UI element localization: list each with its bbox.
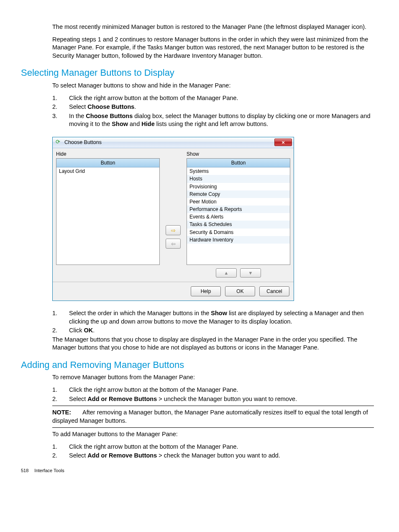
step-list: 1.Click the right arrow button at the bo…	[52, 94, 374, 129]
app-icon	[55, 139, 62, 146]
show-label: Show	[187, 151, 290, 157]
step-number: 2.	[52, 395, 69, 403]
paragraph: The Manager buttons that you chose to di…	[52, 336, 374, 352]
close-icon[interactable]: ✕	[274, 139, 292, 146]
intro-text: To select Manager buttons to show and hi…	[52, 82, 374, 90]
list-item[interactable]: Systems	[187, 167, 290, 175]
divider	[52, 406, 374, 406]
intro-text: To remove Manager buttons from the Manag…	[52, 373, 374, 382]
list-item[interactable]: Peer Motion	[187, 198, 290, 206]
step-text: Click OK.	[69, 326, 374, 335]
choose-buttons-dialog: Choose Buttons ✕ Hide Button Layout Grid…	[52, 137, 294, 301]
step-number: 1.	[52, 309, 69, 326]
step-list: 1.Click the right arrow button at the bo…	[52, 443, 374, 460]
step-text: Select Choose Buttons.	[69, 103, 374, 111]
paragraph: Repeating steps 1 and 2 continues to res…	[52, 36, 374, 60]
list-item[interactable]: Layout Grid	[56, 167, 159, 175]
list-item[interactable]: Tasks & Schedules	[187, 221, 290, 228]
divider	[52, 427, 374, 428]
intro-text: To add Manager buttons to the Manager Pa…	[52, 430, 374, 439]
column-header: Button	[187, 159, 290, 167]
move-right-button[interactable]: ⇨	[166, 225, 181, 235]
list-item[interactable]: Events & Alerts	[187, 213, 290, 221]
dialog-title: Choose Buttons	[64, 139, 274, 146]
step-text: In the Choose Buttons dialog box, select…	[69, 112, 374, 129]
hide-list[interactable]: Button Layout Grid	[56, 158, 160, 265]
step-number: 2.	[52, 103, 69, 111]
step-list: 1.Click the right arrow button at the bo…	[52, 386, 374, 403]
heading-adding: Adding and Removing Manager Buttons	[21, 359, 374, 371]
page-footer: 518Interface Tools	[21, 468, 374, 474]
step-number: 1.	[52, 386, 69, 394]
section-name: Interface Tools	[34, 468, 64, 473]
list-item[interactable]: Hardware Inventory	[187, 236, 290, 244]
step-number: 1.	[52, 94, 69, 103]
column-header: Button	[56, 159, 159, 167]
step-number: 2.	[52, 326, 69, 335]
list-item[interactable]: Security & Domains	[187, 229, 290, 236]
move-down-button[interactable]: ▼	[240, 268, 261, 278]
heading-selecting: Selecting Manager Buttons to Display	[21, 67, 374, 79]
step-text: Select Add or Remove Buttons > check the…	[69, 452, 374, 460]
help-button[interactable]: Help	[191, 286, 221, 296]
move-up-button[interactable]: ▲	[216, 268, 237, 278]
list-item[interactable]: Provisioning	[187, 183, 290, 190]
page-number: 518	[21, 468, 28, 473]
list-item[interactable]: Performance & Reports	[187, 206, 290, 213]
step-number: 1.	[52, 443, 69, 451]
dialog-titlebar: Choose Buttons ✕	[53, 137, 294, 148]
step-text: Click the right arrow button at the bott…	[69, 386, 374, 394]
step-text: Select Add or Remove Buttons > uncheck t…	[69, 395, 374, 403]
ok-button[interactable]: OK	[225, 286, 255, 296]
list-item[interactable]: Hosts	[187, 175, 290, 182]
cancel-button[interactable]: Cancel	[259, 286, 289, 296]
move-left-button[interactable]: ⇦	[166, 239, 181, 249]
step-number: 2.	[52, 452, 69, 460]
step-text: Click the right arrow button at the bott…	[69, 94, 374, 103]
hide-label: Hide	[56, 151, 160, 157]
step-number: 3.	[52, 112, 69, 129]
paragraph: The most recently minimized Manager butt…	[52, 23, 374, 31]
step-list: 1.Select the order in which the Manager …	[52, 309, 374, 335]
list-item[interactable]: Remote Copy	[187, 190, 290, 198]
step-text: Click the right arrow button at the bott…	[69, 443, 374, 451]
show-list[interactable]: Button Systems Hosts Provisioning Remote…	[187, 158, 290, 265]
step-text: Select the order in which the Manager bu…	[69, 309, 374, 326]
note: NOTE:After removing a Manager button, th…	[52, 409, 374, 425]
